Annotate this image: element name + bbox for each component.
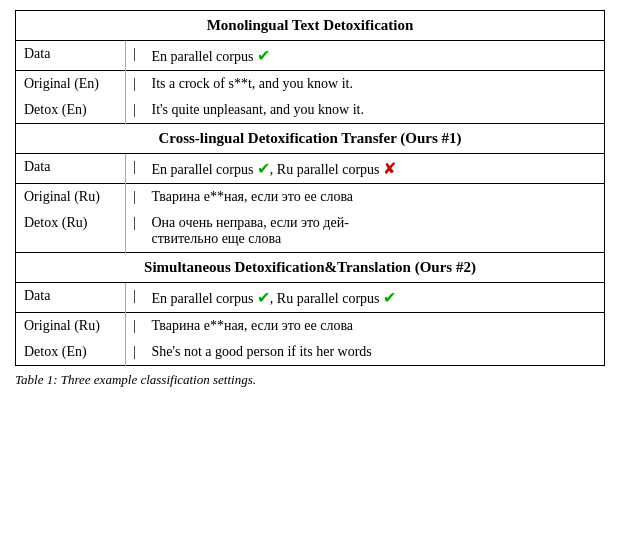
data-row-simul-data: Data | En parallel corpus ✔, Ru parallel… xyxy=(16,283,605,313)
label-mono-detox: Detox (En) xyxy=(16,97,126,124)
data-row-mono-data: Data | En parallel corpus ✔ xyxy=(16,41,605,71)
label-cross-original: Original (Ru) xyxy=(16,184,126,211)
content-cross-data: En parallel corpus ✔, Ru parallel corpus… xyxy=(144,154,605,184)
content-cross-detox: Она очень неправа, если это дей-ствитель… xyxy=(144,210,605,253)
data-row-simul-original: Original (Ru) | Тварина е**ная, если это… xyxy=(16,313,605,340)
check-icon-simul-en: ✔ xyxy=(257,289,270,306)
cross-icon-cross-ru: ✘ xyxy=(383,160,396,177)
section-title-monolingual: Monolingual Text Detoxification xyxy=(16,11,605,41)
section-title-simultaneous: Simultaneous Detoxification&Translation … xyxy=(16,253,605,283)
label-simul-original: Original (Ru) xyxy=(16,313,126,340)
separator: | xyxy=(126,71,144,98)
label-cross-detox: Detox (Ru) xyxy=(16,210,126,253)
content-simul-detox: She's not a good person if its her words xyxy=(144,339,605,366)
section-header-monolingual: Monolingual Text Detoxification xyxy=(16,11,605,41)
check-icon-cross-en: ✔ xyxy=(257,160,270,177)
main-table: Monolingual Text Detoxification Data | E… xyxy=(15,10,605,366)
section-header-crosslingual: Cross-lingual Detoxification Transfer (O… xyxy=(16,124,605,154)
table-caption: Table 1: Three example classification se… xyxy=(15,372,605,388)
separator: | xyxy=(126,41,144,71)
section-header-simultaneous: Simultaneous Detoxification&Translation … xyxy=(16,253,605,283)
data-row-cross-data: Data | En parallel corpus ✔, Ru parallel… xyxy=(16,154,605,184)
label-cross-data: Data xyxy=(16,154,126,184)
separator: | xyxy=(126,154,144,184)
content-simul-data: En parallel corpus ✔, Ru parallel corpus… xyxy=(144,283,605,313)
separator: | xyxy=(126,210,144,253)
content-cross-original: Тварина е**ная, если это ее слова xyxy=(144,184,605,211)
separator: | xyxy=(126,184,144,211)
label-simul-detox: Detox (En) xyxy=(16,339,126,366)
check-icon-simul-ru: ✔ xyxy=(383,289,396,306)
separator: | xyxy=(126,339,144,366)
content-mono-detox: It's quite unpleasant, and you know it. xyxy=(144,97,605,124)
data-row-cross-detox: Detox (Ru) | Она очень неправа, если это… xyxy=(16,210,605,253)
data-row-simul-detox: Detox (En) | She's not a good person if … xyxy=(16,339,605,366)
separator: | xyxy=(126,97,144,124)
label-mono-data: Data xyxy=(16,41,126,71)
content-mono-data: En parallel corpus ✔ xyxy=(144,41,605,71)
check-icon-mono: ✔ xyxy=(257,47,270,64)
data-row-cross-original: Original (Ru) | Тварина е**ная, если это… xyxy=(16,184,605,211)
section-title-crosslingual: Cross-lingual Detoxification Transfer (O… xyxy=(16,124,605,154)
data-row-mono-detox: Detox (En) | It's quite unpleasant, and … xyxy=(16,97,605,124)
content-mono-original: Its a crock of s**t, and you know it. xyxy=(144,71,605,98)
separator: | xyxy=(126,313,144,340)
content-simul-original: Тварина е**ная, если это ее слова xyxy=(144,313,605,340)
separator: | xyxy=(126,283,144,313)
data-row-mono-original: Original (En) | Its a crock of s**t, and… xyxy=(16,71,605,98)
label-mono-original: Original (En) xyxy=(16,71,126,98)
label-simul-data: Data xyxy=(16,283,126,313)
